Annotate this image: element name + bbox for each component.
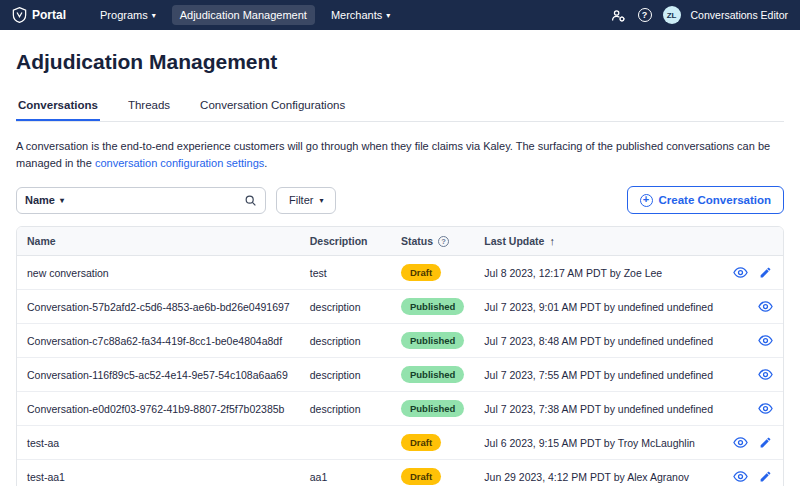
search-field-selector[interactable]: Name ▾ — [17, 188, 72, 213]
cell-actions — [723, 392, 783, 426]
table-row[interactable]: Conversation-57b2afd2-c5d6-4853-ae6b-bd2… — [17, 290, 783, 324]
cell-status: Draft — [391, 426, 474, 460]
header-actions — [723, 227, 783, 256]
cell-actions — [723, 290, 783, 324]
cell-actions — [723, 426, 783, 460]
conversations-table: Name Description Status ? Last Update — [16, 226, 784, 486]
chevron-down-icon: ▾ — [319, 197, 323, 205]
view-icon[interactable] — [758, 299, 773, 314]
toolbar: Name ▾ Filter ▾ + Create Conversation — [16, 186, 784, 214]
cell-last-update: Jul 7 2023, 8:48 AM PDT by undefined und… — [474, 324, 723, 358]
edit-icon[interactable] — [758, 435, 773, 450]
view-icon[interactable] — [758, 333, 773, 348]
cell-name: test-aa — [17, 426, 300, 460]
shield-logo-icon — [12, 7, 27, 23]
header-description[interactable]: Description — [300, 227, 391, 256]
cell-status: Draft — [391, 256, 474, 290]
user-management-icon[interactable] — [611, 7, 627, 23]
cell-last-update: Jun 29 2023, 4:12 PM PDT by Alex Agranov — [474, 460, 723, 486]
search-icon[interactable] — [236, 194, 265, 207]
cell-last-update: Jul 7 2023, 7:55 AM PDT by undefined und… — [474, 358, 723, 392]
cell-last-update: Jul 7 2023, 7:38 AM PDT by undefined und… — [474, 392, 723, 426]
edit-icon[interactable] — [758, 265, 773, 280]
status-badge: Draft — [401, 434, 441, 451]
cell-description: aa1 — [300, 460, 391, 486]
plus-circle-icon: + — [640, 194, 653, 207]
create-conversation-button[interactable]: + Create Conversation — [627, 186, 784, 214]
status-badge: Draft — [401, 468, 441, 485]
avatar[interactable]: ZL — [663, 6, 681, 24]
status-badge: Published — [401, 400, 464, 417]
table-row[interactable]: test-aa Draft Jul 6 2023, 9:15 AM PDT by… — [17, 426, 783, 460]
tab-conversations[interactable]: Conversations — [16, 92, 100, 121]
cell-actions — [723, 358, 783, 392]
top-navbar: Portal Programs ▾ Adjudication Managemen… — [0, 0, 800, 30]
nav-item-programs[interactable]: Programs ▾ — [92, 5, 164, 25]
chevron-down-icon: ▾ — [386, 12, 390, 20]
table-body: new conversation test Draft Jul 8 2023, … — [17, 256, 783, 486]
search-group: Name ▾ — [16, 187, 266, 214]
search-input[interactable] — [72, 188, 236, 213]
cell-description: description — [300, 392, 391, 426]
page-description: A conversation is the end-to-end experie… — [16, 138, 784, 172]
cell-description: description — [300, 324, 391, 358]
header-name[interactable]: Name — [17, 227, 300, 256]
cell-name: Conversation-e0d02f03-9762-41b9-8807-2f5… — [17, 392, 300, 426]
status-badge: Draft — [401, 264, 441, 281]
conversation-configuration-settings-link[interactable]: conversation configuration settings — [95, 157, 264, 169]
cell-description: description — [300, 358, 391, 392]
page-title: Adjudication Management — [16, 50, 784, 74]
cell-name: new conversation — [17, 256, 300, 290]
help-icon[interactable]: ? — [637, 7, 653, 23]
brand[interactable]: Portal — [12, 7, 66, 23]
filter-button[interactable]: Filter ▾ — [276, 187, 336, 214]
status-badge: Published — [401, 366, 464, 383]
tab-conversation-configurations[interactable]: Conversation Configurations — [198, 92, 347, 121]
header-last-update[interactable]: Last Update ↑ — [474, 227, 723, 256]
cell-name: Conversation-c7c88a62-fa34-419f-8cc1-be0… — [17, 324, 300, 358]
chevron-down-icon: ▾ — [152, 12, 156, 20]
edit-icon[interactable] — [758, 469, 773, 484]
cell-status: Published — [391, 324, 474, 358]
cell-last-update: Jul 8 2023, 12:17 AM PDT by Zoe Lee — [474, 256, 723, 290]
primary-nav: Programs ▾ Adjudication Management Merch… — [92, 5, 398, 25]
header-status[interactable]: Status ? — [391, 227, 474, 256]
cell-name: test-aa1 — [17, 460, 300, 486]
nav-item-adjudication-management[interactable]: Adjudication Management — [172, 5, 315, 25]
table-row[interactable]: Conversation-116f89c5-ac52-4e14-9e57-54c… — [17, 358, 783, 392]
cell-description: test — [300, 256, 391, 290]
cell-status: Draft — [391, 460, 474, 486]
status-badge: Published — [401, 332, 464, 349]
table-row[interactable]: test-aa1 aa1 Draft Jun 29 2023, 4:12 PM … — [17, 460, 783, 486]
table-row[interactable]: Conversation-e0d02f03-9762-41b9-8807-2f5… — [17, 392, 783, 426]
table-row[interactable]: Conversation-c7c88a62-fa34-419f-8cc1-be0… — [17, 324, 783, 358]
cell-description — [300, 426, 391, 460]
view-icon[interactable] — [758, 367, 773, 382]
cell-actions — [723, 256, 783, 290]
role-label: Conversations Editor — [691, 9, 788, 21]
chevron-down-icon: ▾ — [60, 197, 64, 205]
view-icon[interactable] — [733, 265, 748, 280]
cell-actions — [723, 324, 783, 358]
cell-status: Published — [391, 358, 474, 392]
nav-item-merchants[interactable]: Merchants ▾ — [323, 5, 398, 25]
navbar-right: ? ZL Conversations Editor — [611, 6, 788, 24]
table-row[interactable]: new conversation test Draft Jul 8 2023, … — [17, 256, 783, 290]
cell-name: Conversation-116f89c5-ac52-4e14-9e57-54c… — [17, 358, 300, 392]
table-header-row: Name Description Status ? Last Update — [17, 227, 783, 256]
view-icon[interactable] — [733, 469, 748, 484]
sort-ascending-icon[interactable]: ↑ — [549, 235, 555, 247]
cell-description: description — [300, 290, 391, 324]
cell-last-update: Jul 7 2023, 9:01 AM PDT by undefined und… — [474, 290, 723, 324]
cell-actions — [723, 460, 783, 486]
cell-last-update: Jul 6 2023, 9:15 AM PDT by Troy McLaughl… — [474, 426, 723, 460]
cell-status: Published — [391, 392, 474, 426]
brand-label: Portal — [32, 8, 66, 22]
view-icon[interactable] — [733, 435, 748, 450]
tab-threads[interactable]: Threads — [126, 92, 172, 121]
cell-name: Conversation-57b2afd2-c5d6-4853-ae6b-bd2… — [17, 290, 300, 324]
cell-status: Published — [391, 290, 474, 324]
page-content: Adjudication Management Conversations Th… — [0, 50, 800, 486]
view-icon[interactable] — [758, 401, 773, 416]
info-icon[interactable]: ? — [438, 236, 449, 247]
